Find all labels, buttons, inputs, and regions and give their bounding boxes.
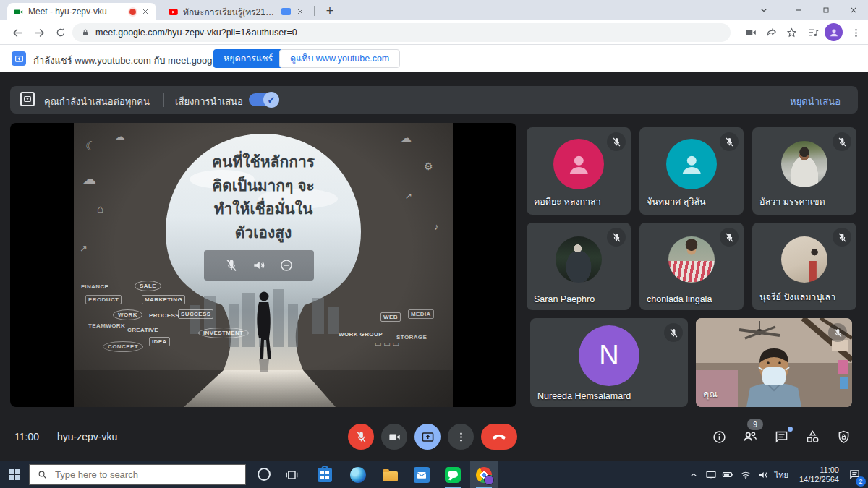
search-input[interactable] <box>54 468 230 481</box>
tab-search-chevron-icon[interactable] <box>751 0 777 20</box>
tab-meet[interactable]: Meet - hyu-zepv-vku <box>7 3 156 20</box>
microsoft-store-button[interactable] <box>311 461 339 488</box>
participant-name: Saran Paephro <box>534 294 595 304</box>
participant-tile[interactable]: N Nureeda Hemsalamard <box>530 318 688 407</box>
chat-notification-dot <box>788 427 793 432</box>
participant-tile[interactable]: นุจรีย์ ปังแลมาปุเลา <box>752 223 856 310</box>
tab-sharing-indicator-icon <box>281 8 291 15</box>
volume-icon[interactable] <box>754 469 772 481</box>
mic-off-icon <box>833 228 851 247</box>
extension-playlist-icon[interactable] <box>805 25 821 40</box>
line-app-button[interactable] <box>439 461 467 488</box>
mail-button[interactable] <box>408 461 435 488</box>
windows-logo-icon <box>9 469 20 481</box>
slide-image: คนที่ใช้หลักการ คิดเป็นมากๆ จะ ทำให้เชื่… <box>74 123 453 407</box>
start-button[interactable] <box>0 461 29 488</box>
participant-tile[interactable]: จันทมาศ สุวิสัน <box>639 127 744 215</box>
avatar-initial: N <box>579 325 639 386</box>
sharing-message: กำลังแชร์ www.youtube.com กับ meet.googl… <box>33 53 240 68</box>
meeting-details-button[interactable] <box>706 425 732 448</box>
edge-icon <box>350 467 366 483</box>
participant-tile[interactable]: คอดียะ หลงกาสา <box>527 127 631 215</box>
camera-toggle-button[interactable] <box>381 424 407 450</box>
stop-presenting-button[interactable]: หยุดนำเสนอ <box>790 94 841 109</box>
mic-off-icon <box>607 228 626 247</box>
participant-name: คอดียะ หลงกาสา <box>534 194 601 209</box>
meet-favicon-icon <box>13 7 24 17</box>
taskbar-search-box[interactable] <box>29 464 246 485</box>
participant-name: อัลวา มรรคาเขต <box>760 194 825 209</box>
tab-separator <box>314 6 315 16</box>
participants-button[interactable]: 9 <box>737 425 763 448</box>
window-close-button[interactable] <box>841 0 867 20</box>
recording-indicator-icon <box>129 9 136 15</box>
participant-tile[interactable]: Saran Paephro <box>527 223 631 310</box>
language-indicator[interactable]: ไทย <box>772 468 791 481</box>
present-button[interactable] <box>414 424 441 450</box>
self-view-tile[interactable]: คุณ <box>696 318 852 407</box>
profile-avatar[interactable] <box>825 23 843 41</box>
tab-title: Meet - hyu-zepv-vku <box>28 7 125 17</box>
wifi-icon[interactable] <box>737 469 754 481</box>
chrome-button[interactable] <box>470 461 498 488</box>
meeting-code: hyu-zepv-vku <box>57 431 117 442</box>
mic-off-icon <box>607 132 626 151</box>
chat-button[interactable] <box>768 425 794 448</box>
view-shared-tab-button[interactable]: ดูแท็บ www.youtube.com <box>279 49 400 68</box>
screen-share-icon <box>12 51 26 66</box>
toggle-check-icon: ✓ <box>263 92 279 108</box>
tab-close-icon[interactable] <box>140 7 150 17</box>
file-explorer-button[interactable] <box>376 461 404 488</box>
avatar-photo <box>781 141 827 187</box>
end-call-button[interactable] <box>481 424 517 450</box>
participant-name: นุจรีย์ ปังแลมาปุเลา <box>760 290 835 304</box>
clock-time: 11:00 <box>820 466 839 474</box>
tray-expand-icon[interactable] <box>685 470 702 480</box>
participant-tile[interactable]: chonlada lingala <box>639 223 744 310</box>
participant-name: chonlada lingala <box>647 294 712 304</box>
activities-button[interactable] <box>799 425 825 448</box>
line-icon <box>445 467 461 483</box>
presenting-icon <box>20 92 35 106</box>
task-view-button[interactable] <box>278 461 305 488</box>
browser-toolbar: meet.google.com/hyu-zepv-vku?pli=1&authu… <box>0 20 868 45</box>
tab-title: ทักษะการเรียนรู้(ทร21001) ทฤษ... <box>183 5 277 19</box>
presenting-banner: คุณกำลังนำเสนอต่อทุกคน เสียงการนำเสนอ ✓ … <box>10 86 858 114</box>
presentation-audio-toggle[interactable]: ✓ <box>249 93 278 106</box>
action-center-button[interactable]: 2 <box>842 468 867 481</box>
mic-off-icon <box>720 132 739 151</box>
store-icon <box>318 468 332 482</box>
cast-display-icon[interactable] <box>702 469 720 481</box>
host-controls-button[interactable] <box>830 425 856 448</box>
mic-toggle-button[interactable] <box>348 424 374 450</box>
window-maximize-button[interactable] <box>813 0 839 20</box>
new-tab-button[interactable]: + <box>321 2 339 20</box>
share-page-icon[interactable] <box>763 25 779 40</box>
address-bar[interactable]: meet.google.com/hyu-zepv-vku?pli=1&authu… <box>72 23 731 42</box>
avatar-photo <box>668 236 715 283</box>
footer-divider <box>48 430 48 443</box>
more-options-button[interactable] <box>448 424 474 450</box>
tab-camera-indicator-icon[interactable] <box>743 25 759 40</box>
tab-youtube[interactable]: ทักษะการเรียนรู้(ทร21001) ทฤษ... <box>162 3 311 20</box>
taskbar-clock[interactable]: 11:00 14/12/2564 <box>791 466 842 484</box>
shared-screen-tile[interactable]: คนที่ใช้หลักการ คิดเป็นมากๆ จะ ทำให้เชื่… <box>10 123 516 407</box>
meeting-time: 11:00 <box>14 431 39 442</box>
url-text[interactable]: meet.google.com/hyu-zepv-vku?pli=1&authu… <box>95 27 297 38</box>
back-button[interactable] <box>9 24 26 41</box>
slide-vignette <box>74 123 453 407</box>
forward-button[interactable] <box>30 24 48 41</box>
bookmark-star-icon[interactable] <box>783 25 799 40</box>
tab-close-icon[interactable] <box>295 7 305 17</box>
battery-icon[interactable] <box>720 468 737 481</box>
reload-button[interactable] <box>52 24 69 41</box>
window-minimize-button[interactable] <box>786 0 812 20</box>
meeting-status: 11:00 hyu-zepv-vku <box>14 430 117 443</box>
stop-sharing-button[interactable]: หยุดการแชร์ <box>213 49 283 68</box>
cortana-button[interactable] <box>258 468 271 481</box>
browser-menu-icon[interactable] <box>848 25 864 40</box>
edge-button[interactable] <box>344 461 372 488</box>
desktop-screen: Meet - hyu-zepv-vku ทักษะการเรียนรู้(ทร2… <box>0 0 868 488</box>
site-security-lock-icon <box>81 28 90 37</box>
participant-tile[interactable]: อัลวา มรรคาเขต <box>752 127 856 215</box>
